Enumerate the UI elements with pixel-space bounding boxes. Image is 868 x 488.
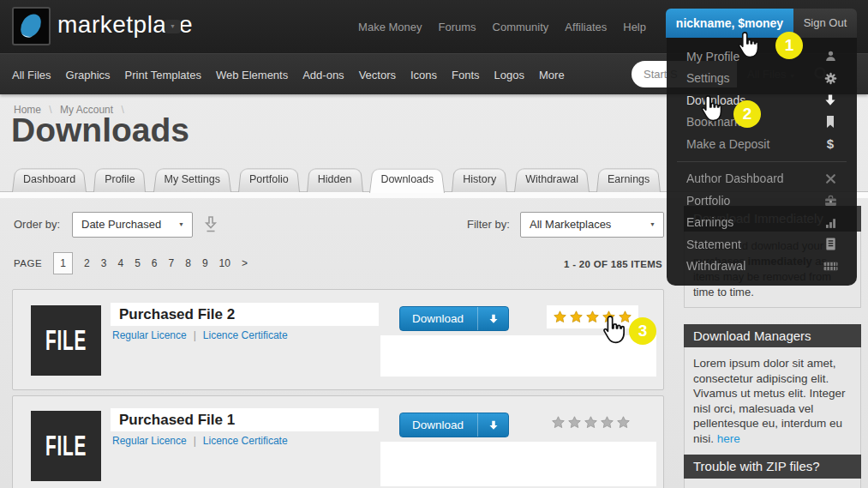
purchased-item-row: FILE Purchased File 1 Regular Licence|Li… bbox=[12, 395, 664, 488]
category-nav: All Files Graphics Print Templates Web E… bbox=[12, 54, 565, 95]
tab-profile[interactable]: Profile bbox=[93, 166, 146, 192]
briefcase-icon bbox=[822, 194, 839, 208]
tab-dashboard[interactable]: Dashboard bbox=[12, 166, 87, 192]
download-list-icon[interactable] bbox=[202, 214, 219, 238]
tab-hidden[interactable]: Hidden bbox=[307, 166, 363, 192]
dollar-icon: $ bbox=[822, 136, 839, 151]
page-next[interactable]: > bbox=[242, 257, 248, 269]
item-license-links: Regular Licence|Licence Certificate bbox=[112, 329, 288, 341]
top-nav-forums[interactable]: Forums bbox=[439, 21, 476, 33]
nav-more[interactable]: More bbox=[539, 69, 565, 81]
menu-item-withdrawal[interactable]: Withdrawal bbox=[667, 256, 857, 278]
item-license-links: Regular Licence|Licence Certificate bbox=[112, 435, 288, 447]
menu-item-author-dashboard[interactable]: Author Dashboard bbox=[667, 168, 857, 190]
top-nav: Make Money Forums Community Affiliates H… bbox=[358, 0, 646, 53]
menu-item-settings[interactable]: Settings bbox=[667, 68, 857, 90]
menu-item-earnings[interactable]: Earnings bbox=[667, 212, 857, 234]
nav-graphics[interactable]: Graphics bbox=[66, 69, 111, 81]
cash-icon bbox=[822, 260, 839, 273]
page-title: Downloads bbox=[11, 111, 189, 149]
filter-by-select[interactable]: All Marketplaces▼ bbox=[520, 212, 664, 238]
file-thumbnail[interactable]: FILE bbox=[31, 411, 101, 481]
item-title[interactable]: Purchased File 1 bbox=[111, 408, 379, 431]
sidebar-box-title: Download Managers bbox=[684, 324, 861, 347]
logo-dropdown-caret-icon[interactable]: ▼ bbox=[165, 20, 181, 33]
regular-licence-link[interactable]: Regular Licence bbox=[112, 329, 187, 341]
marketplace-downloads-page: marketplace ▼ Make Money Forums Communit… bbox=[0, 0, 868, 488]
nav-icons[interactable]: Icons bbox=[410, 69, 437, 81]
tab-withdrawal[interactable]: Withdrawal bbox=[514, 166, 590, 192]
nav-vectors[interactable]: Vectors bbox=[359, 69, 396, 81]
marketplace-logo-icon[interactable] bbox=[12, 7, 51, 45]
menu-item-make-a-deposit[interactable]: Make a Deposit $ bbox=[667, 133, 857, 155]
page-4[interactable]: 4 bbox=[117, 257, 123, 269]
top-nav-affiliates[interactable]: Affiliates bbox=[565, 21, 607, 33]
download-button[interactable]: Download bbox=[399, 306, 509, 331]
page-8[interactable]: 8 bbox=[185, 257, 191, 269]
nav-logos[interactable]: Logos bbox=[494, 69, 524, 81]
tab-downloads[interactable]: Downloads bbox=[369, 166, 445, 193]
top-nav-make-money[interactable]: Make Money bbox=[358, 21, 422, 33]
tab-portfolio[interactable]: Portfolio bbox=[238, 166, 300, 192]
menu-item-my-profile[interactable]: My Profile bbox=[667, 45, 857, 68]
download-managers-box: Download Managers Lorem ipsum dolor sit … bbox=[684, 324, 861, 455]
zip-trouble-box: Trouble with ZIP files? bbox=[684, 455, 861, 488]
nav-add-ons[interactable]: Add-ons bbox=[302, 69, 344, 81]
page-label: PAGE bbox=[14, 258, 42, 268]
nav-all-files[interactable]: All Files bbox=[12, 69, 51, 81]
page-current[interactable]: 1 bbox=[53, 252, 73, 274]
here-link[interactable]: here bbox=[717, 432, 740, 445]
callout-badge-3: 3 bbox=[629, 317, 656, 345]
tab-my-settings[interactable]: My Settings bbox=[153, 166, 231, 192]
page-3[interactable]: 3 bbox=[101, 257, 107, 269]
tab-earnings[interactable]: Earnings bbox=[596, 166, 661, 192]
hand-cursor-icon bbox=[735, 31, 761, 64]
chevron-down-icon: ▼ bbox=[650, 213, 655, 237]
pagination: PAGE 1 2 3 4 5 6 7 8 9 10 > bbox=[14, 257, 248, 269]
page-9[interactable]: 9 bbox=[202, 257, 208, 269]
download-arrow-icon bbox=[477, 307, 508, 330]
download-arrow-icon bbox=[822, 93, 839, 107]
gear-icon bbox=[822, 71, 839, 86]
download-arrow-icon bbox=[477, 413, 508, 437]
item-title[interactable]: Purchased File 2 bbox=[111, 303, 379, 326]
order-by-label: Order by: bbox=[14, 218, 60, 231]
nav-fonts[interactable]: Fonts bbox=[452, 69, 480, 81]
licence-certificate-link[interactable]: Licence Certificate bbox=[203, 329, 288, 341]
chevron-down-icon: ▼ bbox=[178, 213, 184, 237]
top-nav-help[interactable]: Help bbox=[623, 21, 646, 33]
regular-licence-link[interactable]: Regular Licence bbox=[112, 435, 187, 447]
tools-icon bbox=[822, 172, 839, 186]
sidebar-box-title: Trouble with ZIP files? bbox=[684, 455, 861, 479]
sign-out-button[interactable]: Sign Out bbox=[793, 9, 857, 38]
nav-print-templates[interactable]: Print Templates bbox=[125, 69, 201, 81]
file-thumbnail[interactable]: FILE bbox=[31, 305, 101, 376]
rating-stars[interactable] bbox=[551, 415, 631, 430]
licence-certificate-link[interactable]: Licence Certificate bbox=[203, 435, 288, 447]
user-account-button[interactable]: nickname, $money bbox=[666, 9, 793, 38]
bookmark-icon bbox=[822, 115, 839, 129]
menu-item-statement[interactable]: Statement bbox=[667, 233, 857, 256]
sidebar-box-body: Lorem ipsum dolor sit amet, consectetur … bbox=[684, 347, 861, 455]
filter-by-label: Filter by: bbox=[467, 218, 510, 231]
page-6[interactable]: 6 bbox=[152, 257, 158, 269]
tab-history[interactable]: History bbox=[452, 166, 507, 192]
purchased-item-row: FILE Purchased File 2 Regular Licence|Li… bbox=[12, 289, 664, 390]
page-5[interactable]: 5 bbox=[135, 257, 141, 269]
bar-chart-icon bbox=[822, 215, 839, 230]
menu-item-downloads[interactable]: Downloads bbox=[667, 89, 857, 111]
order-by-select[interactable]: Date Purchased▼ bbox=[72, 212, 193, 238]
menu-item-portfolio[interactable]: Portfolio bbox=[667, 190, 857, 212]
page-2[interactable]: 2 bbox=[84, 257, 90, 269]
top-nav-community[interactable]: Community bbox=[493, 21, 549, 33]
menu-item-bookmarks[interactable]: Bookmarks bbox=[667, 111, 857, 134]
svg-text:$: $ bbox=[827, 136, 835, 151]
callout-badge-1: 1 bbox=[775, 32, 803, 59]
hand-cursor-icon bbox=[698, 94, 724, 128]
page-10[interactable]: 10 bbox=[219, 257, 230, 269]
page-7[interactable]: 7 bbox=[169, 257, 175, 269]
item-detail-panel bbox=[380, 442, 656, 486]
items-count-summary: 1 - 20 OF 185 ITEMS bbox=[564, 259, 662, 269]
nav-web-elements[interactable]: Web Elements bbox=[216, 69, 288, 81]
download-button[interactable]: Download bbox=[399, 413, 509, 437]
